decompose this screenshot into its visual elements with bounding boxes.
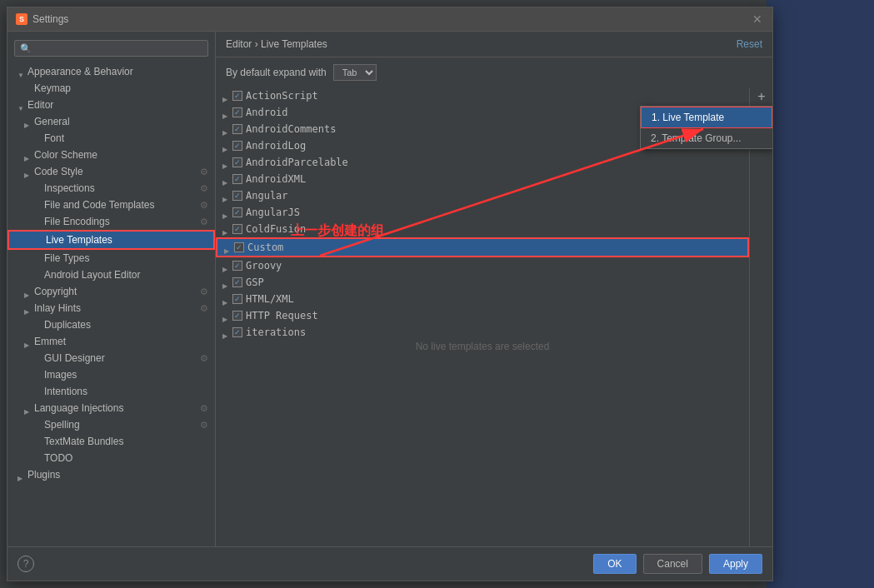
sidebar-item-label: Code Style [34,166,83,177]
triangle-icon [222,329,229,336]
sidebar-item-label: Android Layout Editor [44,269,140,281]
help-button[interactable]: ? [17,556,34,572]
sidebar-item-live-templates[interactable]: Live Templates [7,230,215,250]
sidebar-item-label: General [34,116,70,127]
cancel-button[interactable]: Cancel [643,554,702,574]
group-checkbox[interactable] [232,157,242,167]
sidebar-item-appearance[interactable]: Appearance & Behavior [7,63,215,80]
group-checkbox[interactable] [232,207,242,217]
sidebar-item-file-encodings[interactable]: File Encodings ⚙ [7,213,215,230]
sidebar-item-inspections[interactable]: Inspections ⚙ [7,180,215,197]
templates-list: ActionScript Android AndroidComments [216,87,749,546]
no-selection-message: No live templates are selected [216,341,749,352]
group-checkbox[interactable] [234,242,244,252]
sidebar-item-file-types[interactable]: File Types [7,250,215,267]
app-icon: S [16,13,27,25]
dropdown-item-live-template[interactable]: 1. Live Template [641,107,772,128]
sidebar-item-file-code-templates[interactable]: File and Code Templates ⚙ [7,197,215,213]
group-checkbox[interactable] [232,327,242,337]
expand-select[interactable]: Tab [333,64,377,81]
sidebar-item-color-scheme[interactable]: Color Scheme [7,147,215,163]
sidebar-item-font[interactable]: Font [7,130,215,147]
main-header: Editor › Live Templates Reset [216,32,772,57]
sidebar-item-emmet[interactable]: Emmet [7,333,215,350]
group-checkbox[interactable] [232,294,242,304]
list-item[interactable]: Angular [216,187,749,204]
breadcrumb: Editor › Live Templates [226,38,327,50]
sidebar-item-language-injections[interactable]: Language Injections ⚙ [7,400,215,416]
sidebar-item-general[interactable]: General [7,113,215,130]
sidebar-item-images[interactable]: Images [7,366,215,383]
sidebar-item-keymap[interactable]: Keymap [7,80,215,97]
triangle-icon [222,126,229,132]
sidebar-item-textmate-bundles[interactable]: TextMate Bundles [7,433,215,450]
list-item[interactable]: ColdFusion [216,221,749,237]
sidebar-item-label: File Types [44,252,89,264]
footer-buttons: OK Cancel Apply [593,554,762,574]
triangle-icon [24,405,31,411]
group-label: Android [246,107,288,118]
list-item[interactable]: AngularJS [216,204,749,221]
close-button[interactable]: ✕ [751,12,764,26]
group-checkbox[interactable] [232,224,242,234]
group-checkbox[interactable] [232,107,242,117]
sidebar-item-copyright[interactable]: Copyright ⚙ [7,283,215,300]
ok-button[interactable]: OK [593,554,636,574]
group-checkbox[interactable] [232,191,242,201]
list-item[interactable]: HTTP Request [216,307,749,324]
list-item[interactable]: Groovy [216,257,749,274]
sidebar-item-intentions[interactable]: Intentions [7,383,215,400]
dialog-title: Settings [32,13,68,25]
sidebar-item-todo[interactable]: TODO [7,450,215,466]
list-item[interactable]: AndroidParcelable [216,154,749,171]
settings-icon: ⚙ [200,303,208,314]
sidebar-item-label: TextMate Bundles [44,436,123,447]
search-input[interactable] [14,40,208,57]
apply-button[interactable]: Apply [709,554,762,574]
dropdown-item-template-group[interactable]: 2. Template Group... [641,128,772,148]
triangle-icon [222,92,229,99]
group-label: AndroidParcelable [246,157,348,168]
triangle-icon [224,244,231,251]
sidebar-item-editor[interactable]: Editor [7,97,215,113]
reset-button[interactable]: Reset [737,38,762,50]
list-item[interactable]: ActionScript [216,87,749,104]
group-checkbox[interactable] [232,124,242,134]
list-item[interactable]: GSP [216,274,749,291]
settings-icon: ⚙ [200,403,208,414]
group-label: ColdFusion [246,223,306,235]
sidebar-item-android-layout-editor[interactable]: Android Layout Editor [7,267,215,283]
sidebar-item-gui-designer[interactable]: GUI Designer ⚙ [7,350,215,366]
search-container [7,37,215,60]
group-checkbox[interactable] [232,141,242,151]
list-item[interactable]: AndroidXML [216,171,749,187]
sidebar-item-spelling[interactable]: Spelling ⚙ [7,416,215,433]
settings-icon: ⚙ [200,217,208,227]
sidebar-item-label: File and Code Templates [44,199,155,211]
breadcrumb-current: Live Templates [261,38,327,50]
list-item[interactable]: iterations [216,324,749,341]
add-button[interactable]: + [750,87,772,106]
sidebar-item-plugins[interactable]: Plugins [7,466,215,483]
main-content: Editor › Live Templates Reset By default… [216,32,772,546]
settings-icon: ⚙ [200,353,208,364]
dialog-footer: ? OK Cancel Apply [7,546,772,581]
list-item-custom[interactable]: Custom [216,237,749,257]
group-checkbox[interactable] [232,277,242,287]
triangle-icon [17,471,24,478]
triangle-icon [222,209,229,216]
group-checkbox[interactable] [232,91,242,101]
list-item[interactable]: HTML/XML [216,291,749,307]
triangle-icon [24,168,31,175]
group-checkbox[interactable] [232,261,242,271]
group-checkbox[interactable] [232,174,242,184]
settings-icon: ⚙ [200,420,208,431]
triangle-icon [222,142,229,149]
settings-icon: ⚙ [200,183,208,194]
templates-area: ActionScript Android AndroidComments [216,87,772,546]
sidebar-item-code-style[interactable]: Code Style ⚙ [7,163,215,180]
sidebar-item-inlay-hints[interactable]: Inlay Hints ⚙ [7,300,215,316]
group-checkbox[interactable] [232,311,242,321]
sidebar-item-label: Font [44,132,64,144]
sidebar-item-duplicates[interactable]: Duplicates [7,316,215,333]
